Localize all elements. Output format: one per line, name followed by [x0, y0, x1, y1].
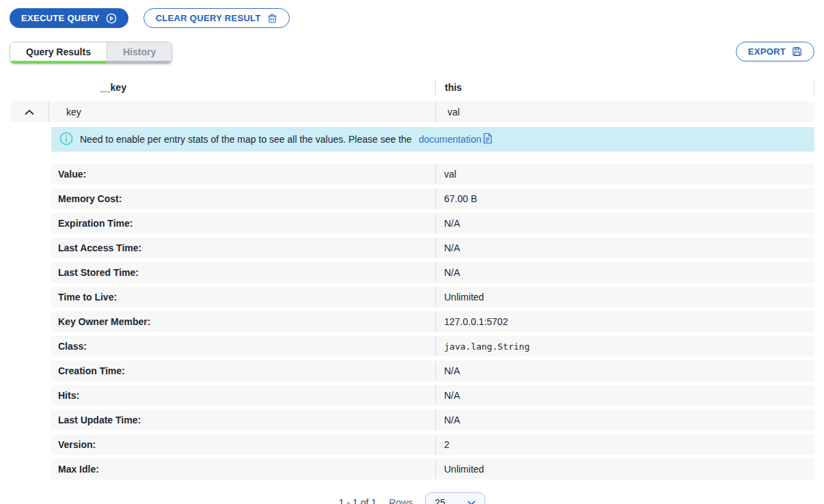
execute-query-label: EXECUTE QUERY: [21, 13, 100, 23]
detail-value: N/A: [435, 262, 814, 283]
clear-query-result-button[interactable]: CLEAR QUERY RESULT: [143, 8, 290, 28]
detail-value: N/A: [435, 213, 814, 234]
collapse-row-toggle[interactable]: [10, 101, 49, 122]
detail-label: Version:: [51, 434, 435, 455]
play-circle-icon: [106, 13, 117, 24]
detail-label: Expiration Time:: [51, 213, 435, 234]
query-toolbar: EXECUTE QUERY CLEAR QUERY RESULT: [0, 0, 824, 28]
banner-message: Need to enable per entry stats of the ma…: [80, 134, 412, 145]
detail-row: Time to Live: Unlimited: [51, 287, 814, 307]
tab-history[interactable]: History: [107, 42, 171, 64]
detail-label: Hits:: [51, 385, 435, 406]
page-size-select[interactable]: 25: [425, 492, 485, 504]
document-icon: [482, 132, 493, 146]
documentation-link[interactable]: documentation: [419, 132, 493, 146]
results-table-header: __key this: [10, 76, 814, 98]
detail-row: Value: val: [51, 164, 814, 184]
detail-value: Unlimited: [435, 287, 814, 307]
detail-row: Creation Time: N/A: [51, 361, 814, 381]
detail-label: Creation Time:: [51, 361, 435, 381]
cell-key[interactable]: key: [49, 101, 435, 122]
documentation-link-label: documentation: [419, 134, 482, 145]
detail-row: Last Access Time: N/A: [51, 238, 814, 258]
detail-row: Key Owner Member: 127.0.0.1:5702: [51, 311, 814, 332]
detail-value: N/A: [435, 361, 814, 381]
detail-row: Last Update Time: N/A: [51, 410, 814, 430]
column-header-this[interactable]: this: [435, 80, 814, 95]
detail-value: N/A: [435, 410, 814, 430]
detail-row: Version: 2: [51, 434, 814, 455]
save-icon: [792, 46, 802, 57]
detail-row: Hits: N/A: [51, 385, 814, 406]
tab-query-results-label: Query Results: [26, 46, 91, 57]
details-list: Value: val Memory Cost: 67.00 B Expirati…: [51, 164, 814, 479]
results-tabs: Query Results History: [10, 42, 172, 64]
detail-value: 127.0.0.1:5702: [435, 311, 814, 332]
info-circle-icon: [59, 132, 73, 148]
detail-label: Max Idle:: [51, 459, 435, 479]
trash-icon: [267, 13, 277, 24]
detail-label: Last Access Time:: [51, 238, 435, 258]
detail-value: Unlimited: [435, 459, 814, 479]
clear-query-result-label: CLEAR QUERY RESULT: [156, 13, 261, 23]
detail-label: Last Stored Time:: [51, 262, 435, 283]
detail-row: Class: java.lang.String: [51, 336, 814, 356]
detail-label: Time to Live:: [51, 287, 435, 307]
detail-label: Memory Cost:: [51, 188, 435, 209]
export-button[interactable]: EXPORT: [736, 42, 814, 61]
table-row: key val: [10, 101, 814, 122]
detail-label: Key Owner Member:: [51, 311, 435, 332]
column-header-key[interactable]: __key: [49, 82, 435, 93]
page-size-value: 25: [435, 497, 445, 504]
detail-value: N/A: [435, 238, 814, 258]
detail-value: N/A: [435, 385, 814, 406]
detail-row: Memory Cost: 67.00 B: [51, 188, 814, 209]
results-header-row: Query Results History EXPORT: [0, 28, 824, 64]
detail-label: Last Update Time:: [51, 410, 435, 430]
detail-row: Last Stored Time: N/A: [51, 262, 814, 283]
detail-row: Expiration Time: N/A: [51, 213, 814, 234]
detail-value: 2: [435, 434, 814, 455]
pagination-rows-label: Rows: [389, 497, 413, 504]
cell-value[interactable]: val: [435, 101, 814, 122]
detail-row: Max Idle: Unlimited: [51, 459, 814, 479]
tab-history-label: History: [123, 46, 156, 57]
export-label: EXPORT: [748, 46, 786, 57]
entry-stats-info-banner: Need to enable per entry stats of the ma…: [51, 127, 814, 152]
detail-label: Class:: [51, 336, 435, 356]
detail-value: 67.00 B: [435, 188, 814, 209]
pagination-range: 1 - 1 of 1: [339, 497, 376, 504]
detail-value: java.lang.String: [435, 336, 814, 356]
execute-query-button[interactable]: EXECUTE QUERY: [10, 8, 128, 28]
tab-query-results[interactable]: Query Results: [10, 42, 107, 64]
detail-label: Value:: [51, 164, 435, 184]
chevron-down-icon: [467, 497, 476, 504]
chevron-up-icon: [25, 107, 34, 117]
detail-value: val: [435, 164, 814, 184]
pagination-bar: 1 - 1 of 1 Rows 25: [0, 492, 824, 504]
